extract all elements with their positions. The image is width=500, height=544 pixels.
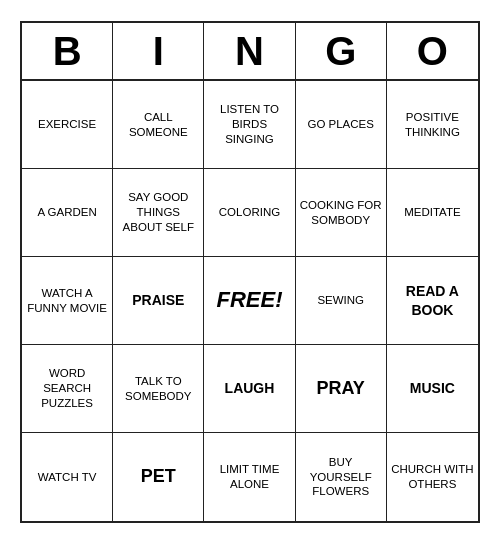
bingo-cell-1: CALL SOMEONE [113,81,204,169]
header-letter-O: O [387,23,478,79]
bingo-cell-2: LISTEN TO BIRDS SINGING [204,81,295,169]
bingo-cell-12: Free! [204,257,295,345]
bingo-cell-17: LAUGH [204,345,295,433]
bingo-cell-22: LIMIT TIME ALONE [204,433,295,521]
bingo-cell-3: GO PLACES [296,81,387,169]
header-letter-G: G [296,23,387,79]
bingo-cell-14: READ A BOOK [387,257,478,345]
bingo-cell-7: COLORING [204,169,295,257]
bingo-card: BINGO EXERCISECALL SOMEONELISTEN TO BIRD… [20,21,480,523]
bingo-cell-16: talk to somebody [113,345,204,433]
bingo-cell-8: COOKING FOR SOMBODY [296,169,387,257]
header-letter-B: B [22,23,113,79]
header-letter-N: N [204,23,295,79]
bingo-header: BINGO [22,23,478,81]
bingo-cell-6: SAY GOOD THINGS ABOUT SELF [113,169,204,257]
bingo-grid: EXERCISECALL SOMEONELISTEN TO BIRDS SING… [22,81,478,521]
bingo-cell-13: SEWING [296,257,387,345]
bingo-cell-21: PET [113,433,204,521]
bingo-cell-15: WORD SEARCH PUZZLES [22,345,113,433]
bingo-cell-9: MEDITATE [387,169,478,257]
bingo-cell-24: CHURCH WITH OTHERS [387,433,478,521]
bingo-cell-11: PRAISE [113,257,204,345]
bingo-cell-18: PRAY [296,345,387,433]
bingo-cell-19: MUSIC [387,345,478,433]
header-letter-I: I [113,23,204,79]
bingo-cell-10: WATCH A FUNNY MOVIE [22,257,113,345]
bingo-cell-23: BUY YOURSELF FLOWERS [296,433,387,521]
bingo-cell-20: WATCH TV [22,433,113,521]
bingo-cell-5: A GARDEN [22,169,113,257]
bingo-cell-4: POSITIVE THINKING [387,81,478,169]
bingo-cell-0: EXERCISE [22,81,113,169]
